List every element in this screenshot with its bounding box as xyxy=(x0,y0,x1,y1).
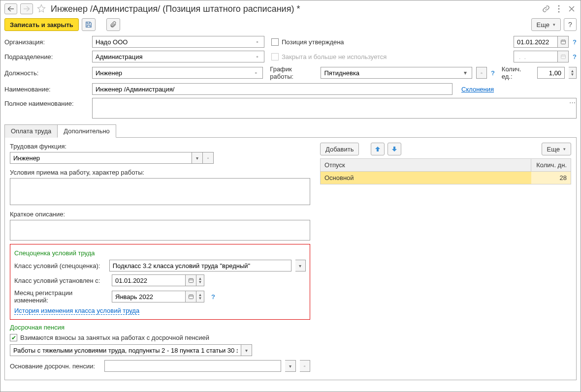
conditions-label: Условия приема на работу, характер работ… xyxy=(10,169,310,176)
pension-basis-input[interactable] xyxy=(104,360,281,372)
tab-payment[interactable]: Оплата труда xyxy=(4,124,58,138)
vacation-name-cell: Основной xyxy=(321,172,531,184)
attachment-button[interactable] xyxy=(106,18,120,31)
dropdown-icon[interactable]: ▾ xyxy=(460,67,470,78)
add-button[interactable]: Добавить xyxy=(320,143,359,155)
closed-checkbox xyxy=(271,53,279,60)
qty-input[interactable] xyxy=(537,67,565,79)
open-ref-icon[interactable]: ▫ xyxy=(203,152,214,164)
kebab-menu-icon[interactable] xyxy=(554,4,564,14)
nav-back-button[interactable] xyxy=(4,3,17,14)
open-icon[interactable]: ▫ xyxy=(253,36,262,47)
hint-icon[interactable]: ? xyxy=(573,38,577,46)
dropdown-icon[interactable]: ▾ xyxy=(285,360,295,372)
reg-month-label: Месяц регистрации изменений: xyxy=(14,289,108,304)
move-up-button[interactable] xyxy=(371,143,385,155)
calendar-icon[interactable] xyxy=(186,291,196,302)
vacation-days-cell: 28 xyxy=(531,172,571,184)
dropdown-icon[interactable]: ▾ xyxy=(241,344,252,356)
class-date-label: Класс условий установлен с: xyxy=(14,277,108,284)
history-link[interactable]: История изменения класса условий труда xyxy=(14,307,139,315)
name-label: Наименование: xyxy=(4,86,88,93)
pension-title: Досрочная пенсия xyxy=(10,324,310,331)
open-ref-icon[interactable]: ▫ xyxy=(300,360,310,372)
approved-date-input[interactable] xyxy=(514,36,558,48)
class-date-input[interactable] xyxy=(112,274,186,286)
position-label: Должность: xyxy=(4,69,88,77)
hint-icon[interactable]: ? xyxy=(573,53,577,60)
hint-icon[interactable]: ? xyxy=(491,69,495,77)
link-icon[interactable] xyxy=(541,4,551,14)
dropdown-icon[interactable]: ▾ xyxy=(192,152,203,164)
svg-rect-3 xyxy=(561,40,565,44)
month-stepper[interactable]: ▲▼ xyxy=(196,291,204,302)
svg-rect-4 xyxy=(561,55,565,59)
open-icon[interactable]: ▫ xyxy=(253,51,262,62)
pension-basis-label: Основание досрочн. пенсии: xyxy=(10,362,100,370)
pension-checkbox[interactable] xyxy=(10,334,17,341)
qty-label: Колич. ед.: xyxy=(502,65,534,80)
approved-label: Позиция утверждена xyxy=(282,38,344,46)
arrow-down-icon xyxy=(391,146,397,152)
more-button[interactable]: Еще xyxy=(531,18,561,31)
spec-assessment-group: Спецоценка условий труда Класс условий (… xyxy=(10,244,310,320)
org-input[interactable]: ▫ xyxy=(92,36,264,48)
closed-label: Закрыта и больше не используется xyxy=(282,53,387,60)
labor-func-label: Трудовая функция: xyxy=(10,143,310,150)
svg-point-2 xyxy=(558,11,560,13)
dept-input[interactable]: ▫ xyxy=(92,51,264,62)
expand-icon[interactable]: ⋯ xyxy=(569,99,576,106)
position-input[interactable]: ▫ xyxy=(92,67,263,79)
arrow-up-icon xyxy=(375,146,381,152)
conditions-textarea[interactable] xyxy=(10,178,310,205)
schedule-input[interactable]: ▾ xyxy=(321,67,472,79)
qty-stepper[interactable]: ▲▼ xyxy=(569,67,577,79)
calendar-icon xyxy=(558,51,569,62)
open-icon[interactable]: ▫ xyxy=(251,67,260,78)
svg-rect-6 xyxy=(189,295,193,299)
calendar-icon[interactable] xyxy=(558,36,569,48)
favorite-star-icon[interactable] xyxy=(37,4,47,14)
col-vacation: Отпуск xyxy=(321,159,531,171)
class-select[interactable] xyxy=(109,260,291,271)
vacation-table: Отпуск Колич. дн. Основной 28 xyxy=(320,158,571,184)
move-down-button[interactable] xyxy=(387,143,401,155)
reg-month-input[interactable] xyxy=(112,291,186,302)
save-button[interactable] xyxy=(82,18,96,31)
table-row[interactable]: Основной 28 xyxy=(321,172,571,184)
nav-forward-button xyxy=(20,3,33,14)
fullname-label: Полное наименование: xyxy=(4,98,88,107)
save-close-button[interactable]: Записать и закрыть xyxy=(4,18,79,31)
open-ref-button[interactable]: ▫ xyxy=(476,67,487,79)
paperclip-icon xyxy=(110,21,117,28)
approved-checkbox[interactable] xyxy=(271,38,279,46)
labor-func-input[interactable] xyxy=(10,152,192,164)
short-desc-label: Краткое описание: xyxy=(10,211,310,218)
pension-select[interactable] xyxy=(10,344,241,356)
svg-point-1 xyxy=(558,8,560,10)
dropdown-icon[interactable]: ▾ xyxy=(295,260,306,271)
more-button-right[interactable]: Еще xyxy=(542,143,571,155)
spec-title: Спецоценка условий труда xyxy=(14,249,306,257)
tab-additional[interactable]: Дополнительно xyxy=(57,124,116,138)
short-desc-textarea[interactable] xyxy=(10,220,310,241)
schedule-label: График работы: xyxy=(270,65,317,80)
floppy-icon xyxy=(85,21,92,28)
name-input[interactable] xyxy=(92,83,452,95)
hint-icon[interactable]: ? xyxy=(211,293,215,301)
org-label: Организация: xyxy=(4,38,88,46)
closed-date-input xyxy=(514,51,558,62)
date-stepper[interactable]: ▲▼ xyxy=(196,274,204,286)
help-button[interactable]: ? xyxy=(564,18,577,31)
fullname-textarea[interactable] xyxy=(92,98,577,119)
class-label: Класс условий (спецоценка): xyxy=(14,262,105,270)
window-title: Инженер /Администрация/ (Позиция штатног… xyxy=(51,4,538,14)
svg-point-0 xyxy=(558,5,560,7)
declensions-link[interactable]: Склонения xyxy=(461,86,494,93)
svg-rect-5 xyxy=(189,279,193,283)
dept-label: Подразделение: xyxy=(4,53,88,60)
col-days: Колич. дн. xyxy=(531,159,571,171)
calendar-icon[interactable] xyxy=(186,274,196,286)
close-icon[interactable] xyxy=(567,4,577,14)
pension-checkbox-label: Взимаются взносы за занятых на работах с… xyxy=(20,334,209,341)
